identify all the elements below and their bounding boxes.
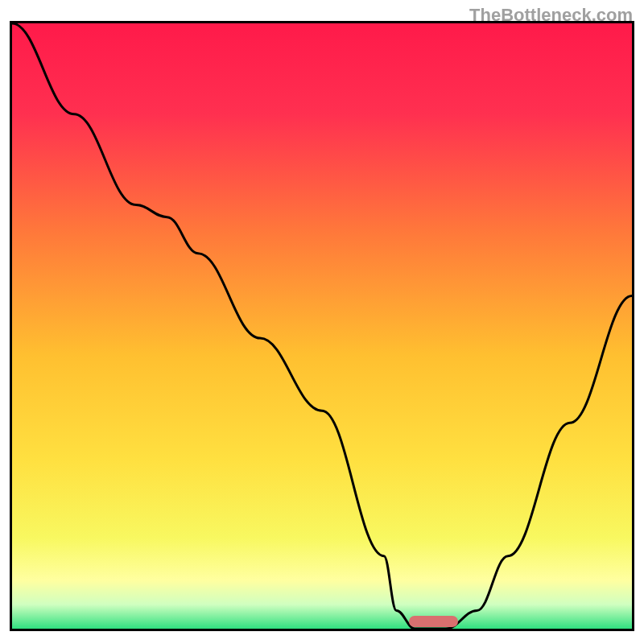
optimal-range-marker xyxy=(409,616,459,627)
chart-plot-area xyxy=(10,21,634,631)
watermark-text: TheBottleneck.com xyxy=(469,5,633,26)
bottleneck-curve xyxy=(12,23,632,629)
